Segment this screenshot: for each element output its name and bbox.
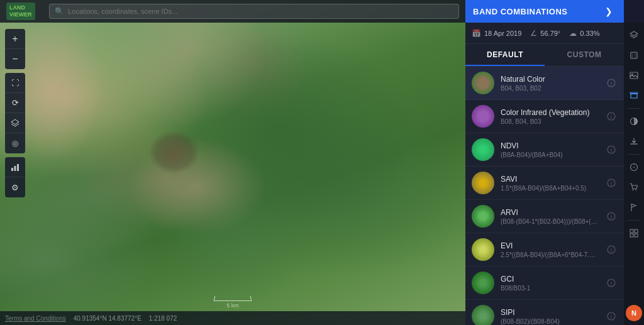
svg-rect-31	[630, 92, 638, 94]
band-info-button-evi[interactable]: i	[605, 243, 618, 256]
band-info-gci: GCIB08/B03-1	[501, 275, 599, 292]
svg-text:i: i	[611, 214, 612, 220]
coordinates-display: 40.91354°N 14.83772°E	[74, 315, 142, 322]
band-info-button-color-infrared[interactable]: i	[605, 110, 618, 123]
fullscreen-button[interactable]: ⛶	[5, 73, 25, 93]
band-info-sipi: SIPI(B08-B02)/(B08-B04)	[501, 308, 599, 325]
svg-rect-2	[17, 164, 19, 171]
zoom-controls: + −	[5, 29, 25, 69]
svg-rect-39	[635, 229, 638, 233]
top-bar: LAND VIEWER 🔍	[0, 0, 465, 23]
band-item-ndvi[interactable]: NDVI(B8A-B04)/(B8A+B04)i	[465, 133, 624, 167]
band-list[interactable]: Natural ColorB04, B03, B02iColor Infrare…	[465, 67, 624, 325]
rotate-button[interactable]: ⟳	[5, 93, 25, 113]
band-name-ndvi: NDVI	[501, 141, 599, 150]
band-info-button-sipi[interactable]: i	[605, 310, 618, 322]
sidebar-contrast-icon[interactable]	[625, 113, 643, 130]
chart-button[interactable]	[5, 157, 25, 177]
band-name-gci: GCI	[501, 275, 599, 284]
band-name-arvi: ARVI	[501, 208, 599, 217]
map-container[interactable]: LAND VIEWER 🔍 + − ⛶ ⟳ ◎	[0, 0, 465, 325]
band-item-arvi[interactable]: ARVI(B08-(B04-1*(B02-B04)))/(B08+(B04-1*…	[465, 200, 624, 233]
sidebar-download-icon[interactable]	[625, 133, 643, 150]
right-panel: BAND COMBINATIONS ❯ 📅 18 Apr 2019 ∠ 56.7…	[465, 0, 624, 325]
settings-button[interactable]: ⚙	[5, 177, 25, 197]
bottom-bar: Terms and Conditions 40.91354°N 14.83772…	[0, 311, 465, 325]
band-thumbnail-natural-color	[472, 72, 494, 94]
band-thumbnail-arvi	[472, 205, 494, 228]
sidebar-cart-icon[interactable]	[625, 179, 643, 196]
svg-rect-25	[631, 52, 637, 58]
sidebar-flag-icon[interactable]	[625, 199, 643, 216]
avatar[interactable]: N	[626, 305, 642, 321]
band-info-button-natural-color[interactable]: i	[605, 77, 618, 89]
svg-rect-40	[630, 234, 633, 237]
svg-text:i: i	[611, 180, 612, 187]
sidebar-divider-3	[628, 220, 640, 221]
zoom-out-button[interactable]: −	[5, 49, 25, 69]
band-item-evi[interactable]: EVI2.5*((B8A-B04)/((B8A+6*B04-7.5*B02)+.…	[465, 233, 624, 267]
band-thumbnail-color-infrared	[472, 105, 494, 128]
search-input[interactable]	[68, 8, 453, 15]
sidebar-divider-1	[628, 108, 640, 109]
date-value: 18 Apr 2019	[484, 30, 521, 37]
band-item-color-infrared[interactable]: Color Infrared (Vegetation)B08, B04, B03…	[465, 100, 624, 133]
band-info-natural-color: Natural ColorB04, B03, B02	[501, 75, 599, 92]
sidebar-image-icon[interactable]	[625, 67, 643, 84]
map-volcano	[149, 130, 199, 174]
search-icon: 🔍	[55, 7, 64, 16]
scale-bar: 5 km	[214, 299, 252, 309]
band-thumbnail-evi	[472, 238, 494, 261]
sidebar-divider-2	[628, 154, 640, 155]
sidebar-measure-icon[interactable]	[625, 158, 643, 176]
terms-link[interactable]: Terms and Conditions	[5, 315, 66, 322]
svg-rect-38	[630, 229, 633, 233]
panel-info-row: 📅 18 Apr 2019 ∠ 56.79° ☁ 0.33%	[465, 23, 624, 44]
zoom-in-button[interactable]: +	[5, 29, 25, 49]
svg-point-37	[635, 189, 636, 190]
svg-text:i: i	[611, 314, 612, 320]
band-thumbnail-savi	[472, 172, 494, 194]
sidebar-crop-icon[interactable]	[625, 47, 643, 64]
band-item-savi[interactable]: SAVI1.5*(B8A-B04)/(B8A+B04+0.5)i	[465, 167, 624, 200]
band-name-sipi: SIPI	[501, 308, 599, 317]
map-controls: + − ⛶ ⟳ ◎ ⚙	[5, 29, 25, 200]
band-name-savi: SAVI	[501, 175, 599, 184]
svg-rect-1	[14, 166, 16, 171]
band-info-button-savi[interactable]: i	[605, 177, 618, 189]
svg-point-34	[633, 167, 635, 168]
tab-custom[interactable]: CUSTOM	[545, 44, 624, 66]
band-item-natural-color[interactable]: Natural ColorB04, B03, B02i	[465, 67, 624, 100]
angle-icon: ∠	[530, 29, 537, 38]
logo-box: LAND VIEWER	[6, 3, 35, 20]
tab-default[interactable]: DEFAULT	[465, 44, 545, 66]
map-action-controls: ⛶ ⟳ ◎	[5, 73, 25, 153]
panel-header: BAND COMBINATIONS ❯	[465, 0, 624, 23]
band-item-gci[interactable]: GCIB08/B03-1i	[465, 267, 624, 300]
svg-text:i: i	[611, 147, 612, 153]
sidebar-stack-icon[interactable]	[625, 87, 643, 104]
date-info: 📅 18 Apr 2019	[472, 29, 521, 38]
panel-title: BAND COMBINATIONS	[473, 7, 568, 16]
band-name-color-infrared: Color Infrared (Vegetation)	[501, 108, 599, 117]
svg-text:i: i	[611, 280, 612, 287]
scale-line	[214, 299, 252, 301]
sidebar-grid-icon[interactable]	[625, 224, 643, 242]
analysis-controls: ⚙	[5, 157, 25, 197]
band-info-button-ndvi[interactable]: i	[605, 143, 618, 156]
panel-tabs: DEFAULT CUSTOM	[465, 44, 624, 67]
location-button[interactable]: ◎	[5, 133, 25, 153]
band-formula-savi: 1.5*(B8A-B04)/(B8A+B04+0.5)	[501, 185, 599, 192]
search-bar[interactable]: 🔍	[49, 4, 459, 19]
band-formula-natural-color: B04, B03, B02	[501, 85, 599, 92]
layers-button[interactable]	[5, 113, 25, 133]
band-formula-arvi: (B08-(B04-1*(B02-B04)))/(B08+(B04-1*(...	[501, 218, 599, 225]
panel-close-button[interactable]: ❯	[601, 4, 616, 19]
band-info-button-arvi[interactable]: i	[605, 210, 618, 223]
band-item-sipi[interactable]: SIPI(B08-B02)/(B08-B04)i	[465, 300, 624, 325]
cloud-value: 0.33%	[580, 30, 599, 37]
angle-info: ∠ 56.79°	[530, 29, 560, 38]
band-info-button-gci[interactable]: i	[605, 277, 618, 289]
sidebar-layers-icon[interactable]	[625, 26, 643, 44]
band-formula-evi: 2.5*((B8A-B04)/((B8A+6*B04-7.5*B02)+...	[501, 251, 599, 258]
